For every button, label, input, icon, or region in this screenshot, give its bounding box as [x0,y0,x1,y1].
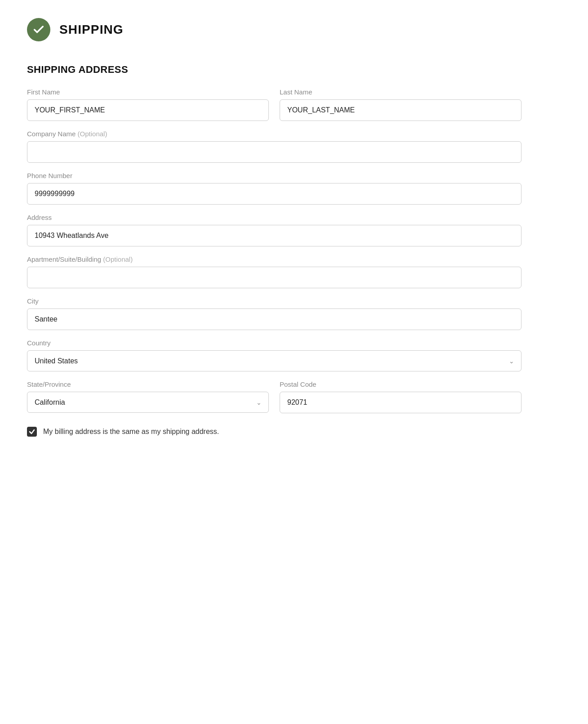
apt-input[interactable] [27,267,521,288]
last-name-group: Last Name [280,88,521,121]
postal-label: Postal Code [280,380,521,388]
phone-label: Phone Number [27,172,521,179]
phone-input[interactable] [27,183,521,205]
billing-same-label: My billing address is the same as my shi… [43,428,219,436]
company-name-input[interactable] [27,141,521,163]
country-select-wrapper: United States Canada United Kingdom ⌄ [27,350,521,371]
page-title: SHIPPING [59,22,124,37]
last-name-label: Last Name [280,88,521,96]
country-group: Country United States Canada United King… [27,339,521,371]
state-select[interactable]: California Texas New York Florida [27,392,269,413]
page-header: SHIPPING [27,18,561,41]
city-label: City [27,297,521,305]
shipping-form: SHIPPING ADDRESS First Name Last Name Co… [27,64,521,437]
city-input[interactable] [27,308,521,330]
last-name-input[interactable] [280,99,521,121]
address-label: Address [27,214,521,221]
billing-same-checkbox[interactable] [27,427,37,437]
section-title: SHIPPING ADDRESS [27,64,521,76]
phone-group: Phone Number [27,172,521,205]
state-group: State/Province California Texas New York… [27,380,269,413]
apt-group: Apartment/Suite/Building (Optional) [27,255,521,288]
country-label: Country [27,339,521,347]
company-name-group: Company Name (Optional) [27,130,521,163]
postal-input[interactable] [280,392,521,413]
address-input[interactable] [27,225,521,246]
state-postal-row: State/Province California Texas New York… [27,380,521,413]
city-group: City [27,297,521,330]
apt-label: Apartment/Suite/Building (Optional) [27,255,521,263]
check-circle-icon [27,18,50,41]
address-group: Address [27,214,521,246]
first-name-input[interactable] [27,99,269,121]
billing-same-row: My billing address is the same as my shi… [27,427,521,437]
postal-group: Postal Code [280,380,521,413]
first-name-label: First Name [27,88,269,96]
first-name-group: First Name [27,88,269,121]
country-select[interactable]: United States Canada United Kingdom [27,350,521,371]
state-label: State/Province [27,380,269,388]
name-row: First Name Last Name [27,88,521,121]
state-select-wrapper: California Texas New York Florida ⌄ [27,392,269,413]
company-name-label: Company Name (Optional) [27,130,521,138]
